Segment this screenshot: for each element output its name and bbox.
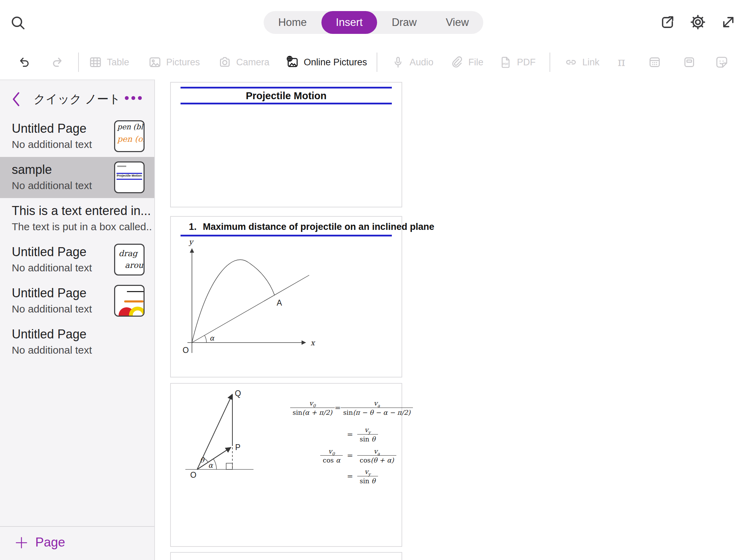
note-block-section1[interactable]: 1. Maximum distance of projectile on an …	[170, 216, 402, 377]
file-button[interactable]: File	[450, 55, 483, 69]
page-list-item-selected[interactable]: sample No additional text Projectile Mot…	[0, 157, 154, 198]
ribbon-divider	[377, 53, 377, 72]
page-subtitle: No additional text	[12, 180, 106, 192]
origin-label: O	[190, 470, 196, 479]
equation-button[interactable]: π	[615, 55, 628, 69]
tab-home[interactable]: Home	[264, 11, 321, 34]
page-list-item[interactable]: Untitled Page No additional text drag ar…	[0, 239, 154, 280]
velocity-vector-figure: θ α Q P O	[183, 389, 273, 480]
alpha-angle-arc	[204, 335, 206, 343]
undo-button[interactable]	[17, 55, 31, 69]
inclined-plane-line	[192, 275, 309, 343]
page-subtitle: No additional text	[12, 139, 106, 150]
equation-row: = vy sin θ	[290, 426, 398, 443]
date-button[interactable]	[648, 55, 662, 69]
alpha-label: α	[210, 334, 215, 342]
note-block-vectors[interactable]: θ α Q P O v0 sin(α + π/2) = va sin(π − θ…	[170, 383, 402, 547]
note-block-title[interactable]: Projectile Motion	[170, 82, 402, 207]
camera-button[interactable]: Camera	[218, 55, 269, 69]
note-canvas: Projectile Motion 1. Maximum distance of…	[155, 80, 747, 560]
online-pictures-button[interactable]: Online Pictures	[285, 55, 367, 69]
pictures-icon	[148, 55, 162, 69]
point-q-label: Q	[235, 389, 241, 398]
pdf-button[interactable]: PDF PDF	[499, 55, 536, 69]
add-page-button[interactable]: Page	[0, 526, 154, 560]
page-title: Untitled Page	[12, 121, 106, 136]
page-subtitle: No additional text	[12, 262, 106, 274]
pdf-badge-text: PDF	[502, 62, 508, 66]
table-label: Table	[107, 57, 129, 68]
equation-block: v0 sin(α + π/2) = va sin(π − θ − α − π/2…	[290, 399, 398, 485]
tab-view[interactable]: View	[431, 11, 483, 34]
svg-text:π: π	[618, 55, 625, 69]
thumbnail-date-bar	[117, 166, 126, 167]
page-title: This is a text entered in...	[12, 204, 151, 218]
pdf-label: PDF	[517, 57, 536, 68]
title-rule-top	[181, 87, 392, 88]
page-list-sidebar: クイック ノート Untitled Page No additional tex…	[0, 80, 155, 560]
search-button[interactable]	[10, 15, 26, 31]
undo-icon	[17, 55, 31, 69]
equation-row: v0 cos α = va cos(θ + α)	[290, 447, 398, 465]
page-thumbnail: Projectile Motion	[114, 161, 145, 193]
y-axis-label: y	[188, 239, 194, 246]
page-thumbnail: drag arou	[114, 244, 145, 276]
tab-insert[interactable]: Insert	[321, 11, 377, 34]
page-subtitle: No additional text	[12, 344, 151, 356]
redo-icon	[50, 55, 64, 69]
page-list-item[interactable]: This is a text entered in... The text is…	[0, 198, 154, 239]
microphone-icon	[391, 55, 405, 69]
more-options-button[interactable]	[125, 96, 142, 100]
point-a-label: A	[277, 298, 282, 307]
camera-label: Camera	[236, 57, 269, 68]
fullscreen-button[interactable]	[720, 14, 737, 30]
ribbon-divider	[550, 53, 550, 72]
projectile-figure: y x O A α	[181, 239, 319, 358]
camera-icon	[218, 55, 232, 69]
x-axis-label: x	[311, 339, 315, 347]
settings-button[interactable]	[690, 14, 706, 30]
page-list-item[interactable]: Untitled Page No additional text	[0, 321, 154, 363]
section-number: 1.	[189, 222, 197, 232]
link-button[interactable]: Link	[564, 55, 600, 69]
ribbon-tab-bar: Home Insert Draw View	[264, 11, 483, 34]
page-subtitle: The text is put in a box called...	[12, 221, 151, 233]
page-subtitle: No additional text	[12, 303, 106, 315]
more-options-icon	[125, 96, 129, 100]
note-page-title: Projectile Motion	[171, 90, 402, 102]
pictures-button[interactable]: Pictures	[148, 55, 200, 69]
online-pictures-icon	[285, 55, 299, 69]
note-block-next[interactable]	[170, 552, 402, 560]
top-bar: Home Insert Draw View	[0, 0, 747, 80]
page-list-item[interactable]: Untitled Page No additional text pen (bl…	[0, 116, 154, 157]
pdf-icon: PDF	[499, 55, 513, 69]
tab-draw[interactable]: Draw	[377, 11, 431, 34]
add-page-label: Page	[35, 535, 65, 550]
trajectory-curve	[192, 260, 275, 343]
page-list-item[interactable]: Untitled Page No additional text	[0, 280, 154, 321]
page-title: sample	[12, 162, 106, 177]
page-thumbnail	[114, 285, 145, 317]
table-button[interactable]: Table	[89, 55, 129, 69]
ribbon-divider	[78, 53, 79, 72]
name-tag-button[interactable]	[682, 55, 696, 69]
alpha-angle-arc	[213, 459, 216, 469]
table-icon	[89, 55, 102, 69]
theta-label: θ	[200, 456, 205, 464]
share-button[interactable]	[659, 14, 676, 30]
sticker-button[interactable]	[715, 55, 729, 69]
plus-icon	[15, 536, 28, 550]
redo-button[interactable]	[50, 55, 64, 69]
link-icon	[564, 55, 578, 69]
insert-ribbon: Table Pictures Camera Online Pictures	[0, 45, 747, 80]
calendar-icon	[648, 55, 662, 69]
right-angle-mark	[226, 463, 232, 469]
paperclip-icon	[450, 55, 464, 69]
share-icon	[659, 14, 676, 30]
search-icon	[10, 15, 26, 31]
gear-icon	[690, 14, 706, 30]
audio-button[interactable]: Audio	[391, 55, 433, 69]
audio-label: Audio	[409, 57, 433, 68]
onenote-app: { "colors": { "accent_purple": "#8E24AA"…	[0, 0, 747, 560]
sticker-icon	[715, 55, 729, 69]
